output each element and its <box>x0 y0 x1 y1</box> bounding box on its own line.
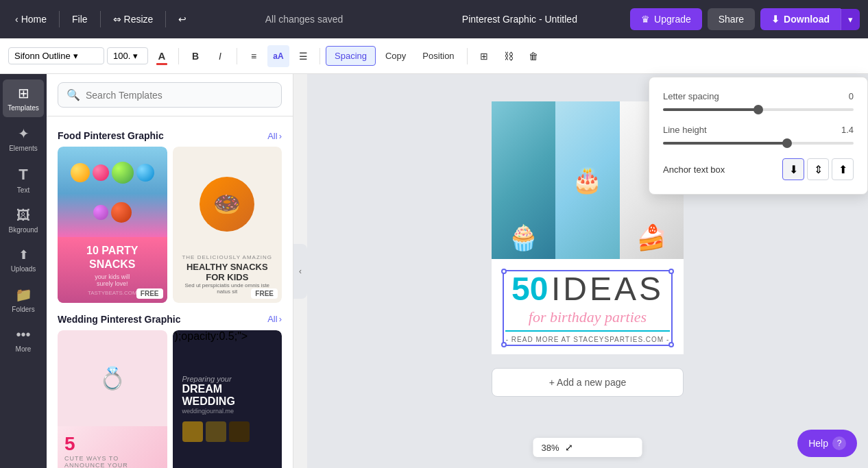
align-button[interactable]: ≡ <box>243 45 265 67</box>
wedding-card-2-title: DREAMWEDDING <box>182 383 273 408</box>
sidebar-item-folders[interactable]: 📁 Folders <box>3 281 44 319</box>
text-color-button[interactable]: A <box>151 45 173 67</box>
font-size-selector[interactable]: 100. ▾ <box>107 47 148 64</box>
zoom-value: 38% <box>542 443 559 453</box>
food-all-link[interactable]: All › <box>267 131 282 141</box>
sidebar-item-background[interactable]: 🖼 Bkground <box>3 202 44 239</box>
letter-spacing-row: Letter spacing 0 <box>663 91 854 111</box>
delete-button[interactable]: 🗑 <box>522 45 544 67</box>
sidebar-text-label: Text <box>17 186 29 194</box>
download-button[interactable]: ⬇ Download <box>760 8 841 30</box>
anchor-row: Anchor text box ⬇ ⇕ ⬆ <box>663 158 854 180</box>
wedding-all-link[interactable]: All › <box>267 314 282 324</box>
sidebar-item-elements[interactable]: ✦ Elements <box>3 120 44 158</box>
wedding-template-grid: 💍 5 CUTE WAYS TOANNOUNCE YOUR BIG WEDDIN… <box>58 330 282 468</box>
undo-button[interactable]: ↩ <box>171 10 193 29</box>
align-icon: ≡ <box>251 51 256 62</box>
position-button[interactable]: Position <box>415 47 461 65</box>
canvas-line <box>505 330 670 332</box>
template-card-food-2[interactable]: 🍩 THE DELICIOUSLY AMAZING HEALTHY SNACKS… <box>173 147 282 303</box>
canvas-ideas-text: IDEAS <box>551 271 664 307</box>
food-card-1-text: 10 PARTYSNACKS <box>86 244 138 270</box>
position-label: Position <box>422 51 454 61</box>
sidebar-item-text[interactable]: T Text <box>3 160 44 199</box>
italic-icon: I <box>219 51 221 62</box>
line-height-fill <box>663 142 787 145</box>
resize-button[interactable]: ⇔ Resize <box>106 10 160 29</box>
italic-button[interactable]: I <box>209 45 231 67</box>
wedding-card-1-sub: CUTE WAYS TOANNOUNCE YOUR <box>64 455 128 468</box>
anchor-middle-icon: ⇕ <box>814 163 823 176</box>
food-card-1-url: TASTYBEATS.COM <box>88 290 137 296</box>
help-icon: ? <box>832 436 846 450</box>
letter-spacing-slider[interactable] <box>663 108 854 111</box>
list-button[interactable]: ☰ <box>292 45 314 67</box>
zoom-indicator: 38% ⤢ <box>533 438 642 457</box>
line-height-thumb[interactable] <box>782 138 792 148</box>
line-height-label-row: Line height 1.4 <box>663 125 854 135</box>
share-button[interactable]: Share <box>708 8 755 30</box>
sidebar-item-templates[interactable]: ⊞ Templates <box>3 79 44 117</box>
zoom-expand-button[interactable]: ⤢ <box>565 442 573 453</box>
panel-collapse-button[interactable]: ‹ <box>293 244 307 299</box>
template-card-food-1[interactable]: 10 PARTYSNACKS your kids willsurely love… <box>58 147 167 303</box>
link-button[interactable]: ⛓ <box>498 45 520 67</box>
elements-icon: ✦ <box>18 125 29 142</box>
search-input[interactable] <box>86 90 273 101</box>
food-badge-2: FREE <box>251 288 278 299</box>
bold-icon: B <box>192 51 199 62</box>
home-button[interactable]: ‹ Home <box>8 10 53 29</box>
template-card-wedding-1[interactable]: 💍 5 CUTE WAYS TOANNOUNCE YOUR BIG WEDDIN… <box>58 330 167 468</box>
anchor-middle-button[interactable]: ⇕ <box>807 158 829 180</box>
add-page-button[interactable]: + Add a new page <box>492 368 684 397</box>
collage-cell-2: 🎂 <box>555 101 619 259</box>
font-family-selector[interactable]: Sifonn Outline ▾ <box>8 47 104 64</box>
sidebar-folders-label: Folders <box>12 306 34 313</box>
download-label: Download <box>784 14 830 25</box>
food-card-2-tagline: THE DELICIOUSLY AMAZING <box>181 254 274 260</box>
grid-button[interactable]: ⊞ <box>473 45 495 67</box>
trash-icon: 🗑 <box>529 51 538 62</box>
search-icon: 🔍 <box>67 88 80 101</box>
canvas-footer: - READ MORE AT STACEYSPARTIES.COM - <box>505 336 670 343</box>
template-card-wedding-2[interactable]: ');opacity:0.5;"> Preparing your DREAMWE… <box>173 330 282 468</box>
crown-icon: ♛ <box>641 14 650 25</box>
spacing-button[interactable]: Spacing <box>326 46 376 66</box>
sidebar-more-label: More <box>16 345 32 353</box>
spacing-label: Spacing <box>335 51 367 61</box>
line-height-value: 1.4 <box>841 125 854 135</box>
sidebar-item-uploads[interactable]: ⬆ Uploads <box>3 242 44 278</box>
font-family-value: Sifonn Outline <box>14 51 71 61</box>
canvas-text-section: 50 IDEAS for birthday parties - READ MOR… <box>492 259 684 354</box>
line-height-slider[interactable] <box>663 142 854 145</box>
text-icon: T <box>19 166 27 184</box>
aa-button[interactable]: aA <box>267 45 289 67</box>
wedding-category-title: Wedding Pinterest Graphic <box>58 314 180 325</box>
upgrade-button[interactable]: ♛ Upgrade <box>630 8 702 30</box>
template-panel: 🔍 Food Pinterest Graphic All › <box>47 74 293 468</box>
folders-icon: 📁 <box>15 286 32 303</box>
wedding-category-header: Wedding Pinterest Graphic All › <box>58 314 282 325</box>
letter-spacing-label-row: Letter spacing 0 <box>663 91 854 101</box>
anchor-label: Anchor text box <box>663 164 725 175</box>
wedding-card-1-num: 5 <box>64 433 75 455</box>
expand-icon: ⤢ <box>565 442 573 453</box>
canvas-50-text: 50 <box>511 271 548 307</box>
cake-emoji: 🎂 <box>572 166 603 195</box>
download-chevron-button[interactable]: ▾ <box>841 9 860 30</box>
food-badge-1: FREE <box>136 288 163 299</box>
anchor-up-button[interactable]: ⬆ <box>832 158 854 180</box>
letter-spacing-thumb[interactable] <box>754 105 763 114</box>
bold-button[interactable]: B <box>184 45 206 67</box>
toolbar-divider-1 <box>178 48 179 64</box>
sidebar-item-more[interactable]: ••• More <box>3 321 44 358</box>
anchor-top-icon: ⬇ <box>789 163 798 176</box>
copy-button[interactable]: Copy <box>378 47 413 65</box>
help-button[interactable]: Help ? <box>797 430 857 457</box>
canvas-text-wrapper[interactable]: 50 IDEAS for birthday parties - READ MOR… <box>505 273 670 343</box>
anchor-top-button[interactable]: ⬇ <box>782 158 804 180</box>
canvas-main-title: 50 IDEAS <box>505 273 670 306</box>
toolbar: Sifonn Outline ▾ 100. ▾ A B I ≡ aA ☰ Spa… <box>0 38 868 74</box>
file-button[interactable]: File <box>65 10 95 29</box>
canvas-title: Pinterest Graphic - Untitled <box>415 14 625 25</box>
